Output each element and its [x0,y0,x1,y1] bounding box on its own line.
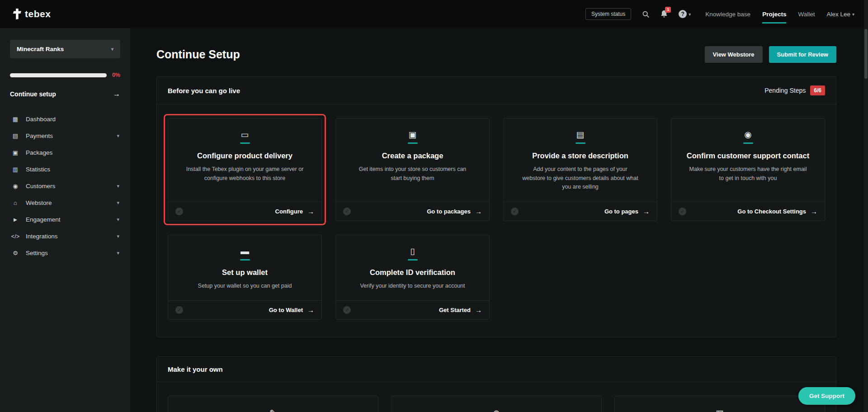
wallet-icon: ▬ [177,247,312,256]
chevron-down-icon: ▾ [117,250,119,256]
sidebar: Minecraft Ranks ▾ 0% Continue setup → ▦ … [0,28,130,412]
submit-for-review-button[interactable]: Submit for Review [769,46,836,63]
arrow-right-icon: → [475,306,482,314]
sidebar-item-settings[interactable]: ⚙ Settings ▾ [0,245,130,261]
get-started-action[interactable]: Get Started → [439,306,482,314]
scrollbar-thumb[interactable] [864,29,868,79]
customize-card[interactable]: ▥ [614,396,825,412]
help-menu[interactable]: ? ▾ [679,10,691,18]
chevron-down-icon: ▾ [689,12,691,17]
notification-badge: 1 [665,7,671,13]
make-it-your-own-panel: Make it your own ✎ ⊕ ▥ [156,356,836,412]
sidebar-nav: ▦ Dashboard ▤ Payments ▾ ▣ Packages ▥ St… [0,111,130,261]
progress-percent: 0% [112,72,120,78]
customize-card[interactable]: ✎ [168,396,378,412]
sidebar-item-statistics[interactable]: ▥ Statistics [0,161,130,178]
go-to-checkout-settings-action[interactable]: Go to Checkout Settings → [737,208,817,215]
check-circle-icon: ✓ [511,208,519,215]
sidebar-item-packages[interactable]: ▣ Packages [0,144,130,161]
search-icon[interactable] [642,10,650,18]
go-to-packages-action[interactable]: Go to packages → [427,208,482,215]
pending-steps-badge: 6/6 [810,85,825,95]
webstore-icon: ⌂ [11,199,20,206]
system-status-button[interactable]: System status [585,8,631,20]
get-support-button[interactable]: Get Support [798,387,855,405]
card-set-up-wallet: ▬ Set up wallet Setup your wallet so you… [168,235,322,320]
arrow-right-icon: → [113,90,120,98]
payments-icon: ▤ [11,133,20,139]
sidebar-item-webstore[interactable]: ⌂ Webstore ▾ [0,194,130,211]
card-create-a-package: ▣ Create a package Get items into your s… [335,118,490,221]
card-confirm-customer-support: ◉ Confirm customer support contact Make … [671,118,825,221]
tebex-logo[interactable]: tebex [12,8,51,20]
chevron-down-icon: ▾ [117,183,119,189]
check-circle-icon: ✓ [343,306,351,314]
nav-user-menu[interactable]: Alex Lee ▾ [826,11,854,18]
integrations-icon: </> [11,233,20,240]
package-icon: ▣ [345,130,480,139]
page-title: Continue Setup [156,48,240,61]
card-complete-id-verification: ▯ Complete ID verification Verify your i… [335,235,490,320]
chevron-down-icon: ▾ [117,200,119,206]
setup-progress: 0% [10,72,120,78]
packages-icon: ▣ [11,149,20,156]
check-circle-icon: ✓ [679,208,686,215]
nav-knowledge-base[interactable]: Knowledge base [705,11,750,18]
sidebar-item-customers[interactable]: ◉ Customers ▾ [0,178,130,194]
arrow-right-icon: → [811,208,817,215]
arrow-right-icon: → [307,306,314,314]
sidebar-item-engagement[interactable]: ► Engagement ▾ [0,211,130,228]
pending-steps-label: Pending Steps [764,87,806,94]
nav-wallet[interactable]: Wallet [798,11,815,18]
customize-card-grid: ✎ ⊕ ▥ [157,382,836,412]
chevron-down-icon: ▾ [852,12,854,17]
main-content: Continue Setup View Webstore Submit for … [130,28,868,412]
arrow-right-icon: → [475,208,482,215]
bar-chart-icon: ▥ [615,409,825,412]
settings-gear-icon: ⚙ [11,250,20,256]
progress-bar [10,73,107,77]
panel-title: Make it your own [168,365,223,373]
go-to-wallet-action[interactable]: Go to Wallet → [269,306,314,314]
statistics-icon: ▥ [11,166,20,173]
sidebar-item-payments[interactable]: ▤ Payments ▾ [0,128,130,144]
check-circle-icon: ✓ [343,208,351,215]
go-to-pages-action[interactable]: Go to pages → [604,208,650,215]
nav-projects[interactable]: Projects [762,11,786,18]
view-webstore-button[interactable]: View Webstore [705,46,763,63]
chevron-down-icon: ▾ [117,233,119,239]
setup-card-grid: ▭ Configure product delivery Install the… [157,104,836,337]
pencil-icon: ✎ [168,409,378,412]
chevron-down-icon: ▾ [111,47,113,52]
card-provide-store-description: ▤ Provide a store description Add your c… [503,118,657,221]
topbar: tebex System status 1 ? ▾ Knowledge base… [0,0,868,28]
panel-title: Before you can go live [168,87,240,95]
chevron-down-icon: ▾ [117,133,119,139]
configure-action[interactable]: Configure → [275,208,314,215]
sidebar-continue-setup[interactable]: Continue setup → [10,90,120,101]
check-circle-icon: ✓ [175,306,183,314]
sidebar-item-integrations[interactable]: </> Integrations ▾ [0,228,130,245]
sidebar-item-dashboard[interactable]: ▦ Dashboard [0,111,130,128]
notifications-bell-icon[interactable]: 1 [660,10,668,18]
page-scrollbar[interactable] [864,0,868,412]
icon-underline [743,142,753,144]
user-name: Alex Lee [826,11,850,18]
logo-text: tebex [25,9,51,19]
card-configure-product-delivery: ▭ Configure product delivery Install the… [168,118,322,221]
help-icon: ? [679,10,687,18]
icon-underline [240,142,250,144]
project-selector[interactable]: Minecraft Ranks ▾ [10,40,120,58]
chevron-down-icon: ▾ [117,217,119,223]
check-circle-icon: ✓ [175,208,183,215]
plug-icon: ▭ [177,130,312,139]
icon-underline [240,259,250,260]
customize-card[interactable]: ⊕ [391,396,602,412]
icon-underline [576,142,585,144]
people-icon: ◉ [680,130,816,139]
icon-underline [408,259,418,260]
tebex-logo-icon [12,8,22,20]
arrow-right-icon: → [643,208,650,215]
engagement-icon: ► [11,216,20,223]
go-live-panel: Before you can go live Pending Steps 6/6… [156,76,836,337]
